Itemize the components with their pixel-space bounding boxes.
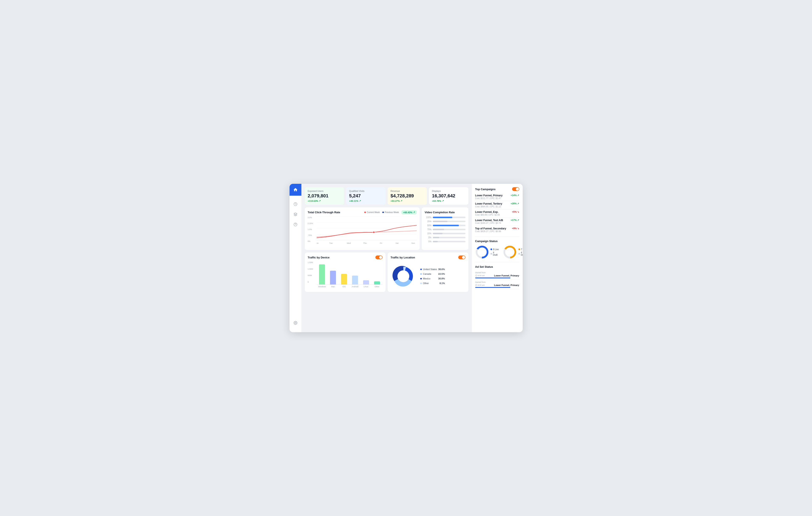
divider-2 xyxy=(475,262,519,262)
device-toggle[interactable] xyxy=(375,255,383,259)
campaigns-list: Lower Funnel, Primary Cost: $111.77 | CP… xyxy=(475,193,519,234)
ctr-y-axis: 3.0% 2.25% 1.5% .75% 0% xyxy=(308,217,316,247)
device-chart-body: 1.50M 1.00M 500K 0 xyxy=(308,261,383,288)
video-bar-75: 75% xyxy=(425,228,465,231)
stat-change-revenue: +53.27% ↗ xyxy=(390,200,424,202)
stat-card-visits: Qualified Visits 5,247 +40.11% ↗ xyxy=(346,187,385,205)
location-canada: Canada 22.5% xyxy=(420,273,445,275)
clock-icon-2 xyxy=(475,284,477,286)
campaign-1-row: Lower Funnel, Primary Cost: $111.77 | CP… xyxy=(475,194,519,200)
location-content: United States 38.6% Canada 22.5% Mexico … xyxy=(390,263,465,289)
campaign-1: Lower Funnel, Primary Cost: $111.77 | CP… xyxy=(475,193,519,201)
campaign-status-title: Campaign Status xyxy=(475,239,498,243)
stat-label-displays: Displays xyxy=(432,190,465,192)
sidebar-icon-clock[interactable] xyxy=(291,200,300,208)
status-donut-right-legend: 7 Live 4 Draft xyxy=(518,248,523,256)
campaign-4: Lower Funnel, Test A/B Cost: $183.27 | C… xyxy=(475,218,519,226)
campaign-5-meta: Cost: $928.27 | CPC: $0.98 xyxy=(475,230,506,233)
ad-set-item-2: Started from 9:00 am Lower Funnel, Prima… xyxy=(475,280,519,289)
stat-card-revenue: Revenue $4,728,289 +53.27% ↗ xyxy=(388,187,427,205)
ctr-chart-header: Total Click-Through Rate Current Week Pr… xyxy=(308,210,417,214)
sidebar-icon-help[interactable] xyxy=(291,220,300,229)
svg-text:Fri: Fri xyxy=(380,242,382,244)
top-campaigns-header: Top Campaigns xyxy=(475,187,519,191)
campaign-4-row: Lower Funnel, Test A/B Cost: $183.27 | C… xyxy=(475,219,519,224)
location-toggle[interactable] xyxy=(458,255,465,259)
svg-text:Wed: Wed xyxy=(347,242,351,244)
dashboard-wrapper: Exposed Users 2,079,801 +110.63% ↗ Quali… xyxy=(290,184,523,332)
legend-previous: Previous Week xyxy=(382,211,399,213)
campaign-5-row: Top of Funnel, Secondary Cost: $928.27 |… xyxy=(475,227,519,233)
video-bar-50: 50% xyxy=(425,224,465,227)
top-campaigns-section: Top Campaigns Lower Funnel, Primary Cost… xyxy=(475,187,519,234)
status-donut-right-group: 7 Live 4 Draft xyxy=(503,245,522,259)
device-bars xyxy=(317,261,383,285)
location-us: United States 38.6% xyxy=(420,268,445,270)
location-other: Other 8.1% xyxy=(420,282,445,285)
campaign-3-change: +5% ↘ xyxy=(512,210,519,213)
video-bars: 100% 25% 50% xyxy=(425,216,465,243)
ctr-chart-card: Total Click-Through Rate Current Week Pr… xyxy=(305,207,420,250)
location-donut-svg xyxy=(390,263,416,289)
bar-other xyxy=(372,281,382,285)
video-chart-title: Video Completion Rate xyxy=(425,211,455,214)
campaign-2-row: Lower Funnel, Tertiery Cost: $964.95 | C… xyxy=(475,202,519,208)
ctr-svg: Mon Tue Wed Thu Fri Sat Sun xyxy=(317,217,417,246)
campaigns-toggle[interactable] xyxy=(512,187,519,191)
ad-set-time-2: 9:00 am xyxy=(475,284,485,286)
stat-card-exposed: Exposed Users 2,079,801 +110.63% ↗ xyxy=(305,187,344,205)
sidebar-icon-settings[interactable] xyxy=(291,319,300,327)
ctr-svg-area: Mon Tue Wed Thu Fri Sat Sun xyxy=(317,217,417,247)
stat-value-revenue: $4,728,289 xyxy=(390,193,424,199)
status-donut-right xyxy=(503,245,517,259)
svg-text:Sun: Sun xyxy=(411,242,414,244)
campaign-1-meta: Cost: $111.77 | CPC: $1.47 xyxy=(475,197,502,200)
y-label-5: 0% xyxy=(308,240,316,242)
video-bar-0: 0% xyxy=(425,236,465,239)
main-content: Exposed Users 2,079,801 +110.63% ↗ Quali… xyxy=(301,184,472,332)
device-chart-card: Traffic by Device 1.50M 1.00M 500K 0 xyxy=(305,253,385,292)
middle-row: Total Click-Through Rate Current Week Pr… xyxy=(305,207,468,250)
campaign-4-change: +17% ↗ xyxy=(511,219,519,222)
campaign-5-change: +9% ↘ xyxy=(512,227,519,230)
stat-card-displays: Displays 16,307,642 +63.78% ↗ xyxy=(429,187,468,205)
sidebar xyxy=(290,184,301,332)
campaign-2-meta: Cost: $964.95 | CPC: $1.13 xyxy=(475,205,502,208)
y-label-4: .75% xyxy=(308,234,316,236)
svg-point-2 xyxy=(295,322,296,323)
sidebar-logo xyxy=(290,184,301,196)
campaign-4-name: Lower Funnel, Test A/B xyxy=(475,219,503,222)
campaign-4-meta: Cost: $183.27 | CPC: $0.74 xyxy=(475,222,503,224)
divider-1 xyxy=(475,236,519,237)
y-label-1: 3.0% xyxy=(308,217,316,219)
legend-dot-previous xyxy=(382,211,384,213)
video-bar-15: 15% xyxy=(425,232,465,235)
bar-mac xyxy=(328,271,338,285)
location-mexico: Mexico 30.8% xyxy=(420,277,445,280)
ad-set-section: Ad Set Status Started from 9:00 am Lower… xyxy=(475,265,519,289)
ctr-chart-legend: Current Week Previous Week +60.43% ↗ xyxy=(364,210,416,214)
campaign-3-name: Lower Funnel, Exp. xyxy=(475,210,500,213)
video-bar-100: 100% xyxy=(425,216,465,219)
bar-windows xyxy=(318,264,327,285)
campaign-5: Top of Funnel, Secondary Cost: $928.27 |… xyxy=(475,226,519,234)
right-panel: Top Campaigns Lower Funnel, Primary Cost… xyxy=(472,184,523,332)
svg-point-8 xyxy=(373,231,375,233)
stat-label-revenue: Revenue xyxy=(390,190,424,192)
location-donut xyxy=(390,263,416,289)
stat-value-exposed: 2,079,801 xyxy=(308,193,341,199)
device-x-labels: Windows Mac iOS Android Linux Other xyxy=(317,285,383,288)
sidebar-icon-layers[interactable] xyxy=(291,210,300,219)
stats-row: Exposed Users 2,079,801 +110.63% ↗ Quali… xyxy=(305,187,468,205)
y-label-2: 2.25% xyxy=(308,222,316,225)
device-chart-header: Traffic by Device xyxy=(308,255,383,259)
svg-point-16 xyxy=(398,270,409,282)
device-chart-title: Traffic by Device xyxy=(308,256,329,259)
campaign-3: Lower Funnel, Exp. Cost: $60.89 | CPC: $… xyxy=(475,209,519,218)
ctr-chart-title: Total Click-Through Rate xyxy=(308,211,340,214)
legend-dot-current xyxy=(364,211,366,213)
stat-value-displays: 16,307,642 xyxy=(432,193,465,199)
stat-value-visits: 5,247 xyxy=(349,193,383,199)
location-list: United States 38.6% Canada 22.5% Mexico … xyxy=(420,268,445,285)
svg-text:Mon: Mon xyxy=(317,242,319,244)
